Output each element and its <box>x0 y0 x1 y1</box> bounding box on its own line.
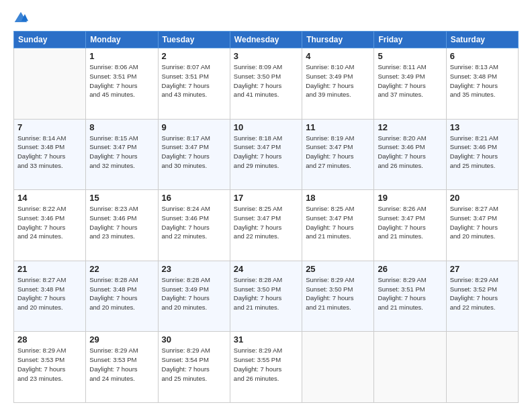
day-number: 16 <box>162 193 226 203</box>
day-number: 21 <box>17 264 82 274</box>
calendar-cell: 27Sunrise: 8:29 AM Sunset: 3:52 PM Dayli… <box>446 261 518 332</box>
day-info: Sunrise: 8:17 AM Sunset: 3:47 PM Dayligh… <box>162 134 226 171</box>
day-info: Sunrise: 8:26 AM Sunset: 3:47 PM Dayligh… <box>378 204 442 241</box>
day-info: Sunrise: 8:29 AM Sunset: 3:52 PM Dayligh… <box>450 275 515 312</box>
day-info: Sunrise: 8:10 AM Sunset: 3:49 PM Dayligh… <box>306 62 370 99</box>
day-info: Sunrise: 8:29 AM Sunset: 3:51 PM Dayligh… <box>378 275 442 312</box>
day-number: 19 <box>378 193 442 203</box>
weekday-header: Sunday <box>14 32 86 48</box>
day-number: 12 <box>378 122 442 132</box>
page-header <box>13 11 519 26</box>
day-info: Sunrise: 8:14 AM Sunset: 3:48 PM Dayligh… <box>17 134 82 171</box>
calendar-cell: 7Sunrise: 8:14 AM Sunset: 3:48 PM Daylig… <box>14 119 86 190</box>
day-number: 8 <box>89 122 154 132</box>
calendar-week-row: 1Sunrise: 8:06 AM Sunset: 3:51 PM Daylig… <box>14 48 519 120</box>
calendar-cell: 14Sunrise: 8:22 AM Sunset: 3:46 PM Dayli… <box>14 190 86 261</box>
calendar-cell: 23Sunrise: 8:28 AM Sunset: 3:49 PM Dayli… <box>158 261 230 332</box>
day-number: 29 <box>89 334 154 345</box>
day-info: Sunrise: 8:28 AM Sunset: 3:48 PM Dayligh… <box>89 275 154 312</box>
day-number: 25 <box>306 264 370 274</box>
calendar-cell: 19Sunrise: 8:26 AM Sunset: 3:47 PM Dayli… <box>374 190 446 261</box>
day-info: Sunrise: 8:24 AM Sunset: 3:46 PM Dayligh… <box>162 204 226 241</box>
weekday-header: Friday <box>374 32 446 48</box>
calendar-week-row: 28Sunrise: 8:29 AM Sunset: 3:53 PM Dayli… <box>14 332 519 403</box>
calendar-cell: 5Sunrise: 8:11 AM Sunset: 3:49 PM Daylig… <box>374 48 446 120</box>
day-number: 15 <box>89 193 154 203</box>
calendar-week-row: 21Sunrise: 8:27 AM Sunset: 3:48 PM Dayli… <box>14 261 519 332</box>
calendar-cell: 15Sunrise: 8:23 AM Sunset: 3:46 PM Dayli… <box>86 190 158 261</box>
calendar-week-row: 7Sunrise: 8:14 AM Sunset: 3:48 PM Daylig… <box>14 119 519 190</box>
day-info: Sunrise: 8:06 AM Sunset: 3:51 PM Dayligh… <box>89 62 154 99</box>
logo-icon <box>13 11 28 26</box>
calendar-cell <box>14 48 86 120</box>
calendar-cell: 31Sunrise: 8:29 AM Sunset: 3:55 PM Dayli… <box>230 332 302 403</box>
calendar-cell: 22Sunrise: 8:28 AM Sunset: 3:48 PM Dayli… <box>86 261 158 332</box>
day-number: 26 <box>378 264 442 274</box>
day-number: 24 <box>234 264 298 274</box>
calendar-cell: 10Sunrise: 8:18 AM Sunset: 3:47 PM Dayli… <box>230 119 302 190</box>
calendar-cell: 1Sunrise: 8:06 AM Sunset: 3:51 PM Daylig… <box>86 48 158 120</box>
weekday-header: Saturday <box>446 32 518 48</box>
weekday-header-row: SundayMondayTuesdayWednesdayThursdayFrid… <box>14 32 519 48</box>
day-info: Sunrise: 8:29 AM Sunset: 3:54 PM Dayligh… <box>162 346 226 383</box>
calendar-cell: 30Sunrise: 8:29 AM Sunset: 3:54 PM Dayli… <box>158 332 230 403</box>
day-number: 6 <box>450 51 515 61</box>
day-number: 11 <box>306 122 370 132</box>
calendar-cell: 21Sunrise: 8:27 AM Sunset: 3:48 PM Dayli… <box>14 261 86 332</box>
day-number: 7 <box>17 122 82 132</box>
day-info: Sunrise: 8:15 AM Sunset: 3:47 PM Dayligh… <box>89 134 154 171</box>
calendar-cell: 6Sunrise: 8:13 AM Sunset: 3:48 PM Daylig… <box>446 48 518 120</box>
day-number: 17 <box>234 193 298 203</box>
day-number: 14 <box>17 193 82 203</box>
day-info: Sunrise: 8:25 AM Sunset: 3:47 PM Dayligh… <box>234 204 298 241</box>
day-info: Sunrise: 8:19 AM Sunset: 3:47 PM Dayligh… <box>306 134 370 171</box>
day-number: 5 <box>378 51 442 61</box>
day-info: Sunrise: 8:20 AM Sunset: 3:46 PM Dayligh… <box>378 134 442 171</box>
day-number: 31 <box>234 334 298 345</box>
day-info: Sunrise: 8:25 AM Sunset: 3:47 PM Dayligh… <box>306 204 370 241</box>
calendar-cell: 29Sunrise: 8:29 AM Sunset: 3:53 PM Dayli… <box>86 332 158 403</box>
day-info: Sunrise: 8:27 AM Sunset: 3:47 PM Dayligh… <box>450 204 515 241</box>
calendar-cell: 9Sunrise: 8:17 AM Sunset: 3:47 PM Daylig… <box>158 119 230 190</box>
day-number: 9 <box>162 122 226 132</box>
calendar-cell: 25Sunrise: 8:29 AM Sunset: 3:50 PM Dayli… <box>302 261 374 332</box>
weekday-header: Thursday <box>302 32 374 48</box>
logo <box>13 11 31 26</box>
day-info: Sunrise: 8:21 AM Sunset: 3:46 PM Dayligh… <box>450 134 515 171</box>
calendar-cell: 4Sunrise: 8:10 AM Sunset: 3:49 PM Daylig… <box>302 48 374 120</box>
day-info: Sunrise: 8:29 AM Sunset: 3:53 PM Dayligh… <box>89 346 154 383</box>
day-number: 30 <box>162 334 226 345</box>
day-number: 23 <box>162 264 226 274</box>
day-number: 22 <box>89 264 154 274</box>
day-info: Sunrise: 8:18 AM Sunset: 3:47 PM Dayligh… <box>234 134 298 171</box>
day-number: 2 <box>162 51 226 61</box>
day-number: 18 <box>306 193 370 203</box>
weekday-header: Tuesday <box>158 32 230 48</box>
calendar-cell: 12Sunrise: 8:20 AM Sunset: 3:46 PM Dayli… <box>374 119 446 190</box>
day-number: 27 <box>450 264 515 274</box>
day-number: 4 <box>306 51 370 61</box>
calendar-cell: 17Sunrise: 8:25 AM Sunset: 3:47 PM Dayli… <box>230 190 302 261</box>
calendar-cell: 28Sunrise: 8:29 AM Sunset: 3:53 PM Dayli… <box>14 332 86 403</box>
calendar-cell: 24Sunrise: 8:28 AM Sunset: 3:50 PM Dayli… <box>230 261 302 332</box>
calendar-cell: 2Sunrise: 8:07 AM Sunset: 3:51 PM Daylig… <box>158 48 230 120</box>
calendar-cell <box>446 332 518 403</box>
day-info: Sunrise: 8:28 AM Sunset: 3:50 PM Dayligh… <box>234 275 298 312</box>
day-info: Sunrise: 8:23 AM Sunset: 3:46 PM Dayligh… <box>89 204 154 241</box>
calendar-cell: 11Sunrise: 8:19 AM Sunset: 3:47 PM Dayli… <box>302 119 374 190</box>
calendar-week-row: 14Sunrise: 8:22 AM Sunset: 3:46 PM Dayli… <box>14 190 519 261</box>
day-info: Sunrise: 8:09 AM Sunset: 3:50 PM Dayligh… <box>234 62 298 99</box>
day-number: 28 <box>17 334 82 345</box>
weekday-header: Wednesday <box>230 32 302 48</box>
calendar-cell: 16Sunrise: 8:24 AM Sunset: 3:46 PM Dayli… <box>158 190 230 261</box>
day-info: Sunrise: 8:29 AM Sunset: 3:55 PM Dayligh… <box>234 346 298 383</box>
day-number: 13 <box>450 122 515 132</box>
calendar-cell: 18Sunrise: 8:25 AM Sunset: 3:47 PM Dayli… <box>302 190 374 261</box>
weekday-header: Monday <box>86 32 158 48</box>
day-info: Sunrise: 8:27 AM Sunset: 3:48 PM Dayligh… <box>17 275 82 312</box>
day-info: Sunrise: 8:11 AM Sunset: 3:49 PM Dayligh… <box>378 62 442 99</box>
calendar-cell <box>374 332 446 403</box>
calendar-cell <box>302 332 374 403</box>
day-number: 1 <box>89 51 154 61</box>
calendar-cell: 13Sunrise: 8:21 AM Sunset: 3:46 PM Dayli… <box>446 119 518 190</box>
